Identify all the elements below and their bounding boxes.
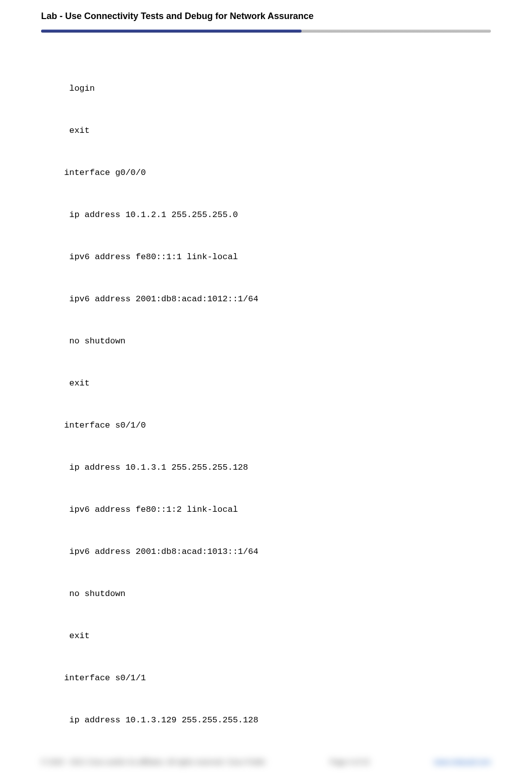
code-line: ip address 10.1.3.129 255.255.255.128 bbox=[64, 713, 532, 727]
code-line: interface s0/1/0 bbox=[64, 419, 532, 433]
code-line: no shutdown bbox=[64, 587, 532, 601]
code-line: exit bbox=[64, 376, 532, 391]
divider-blue bbox=[41, 30, 302, 33]
code-line: ipv6 address 2001:db8:acad:1013::1/64 bbox=[64, 545, 532, 559]
code-line: ipv6 address fe80::1:2 link-local bbox=[64, 503, 532, 517]
footer-link: www.netacad.com bbox=[434, 758, 491, 766]
code-line: ipv6 address fe80::1:1 link-local bbox=[64, 250, 532, 264]
code-line: ip address 10.1.3.1 255.255.255.128 bbox=[64, 461, 532, 475]
code-block: login exit interface g0/0/0 ip address 1… bbox=[0, 34, 532, 780]
code-line: interface s0/1/1 bbox=[64, 671, 532, 685]
code-line: exit bbox=[64, 629, 532, 643]
code-line: exit bbox=[64, 124, 532, 138]
header-divider bbox=[41, 30, 491, 34]
code-line: no shutdown bbox=[64, 334, 532, 348]
code-line: ip address 10.1.2.1 255.255.255.0 bbox=[64, 208, 532, 222]
lab-title: Lab - Use Connectivity Tests and Debug f… bbox=[41, 11, 491, 22]
page-footer: © 2020 - 2021 Cisco and/or its affiliate… bbox=[41, 758, 491, 766]
footer-copyright: © 2020 - 2021 Cisco and/or its affiliate… bbox=[41, 758, 265, 766]
code-line: ipv6 address 2001:db8:acad:1012::1/64 bbox=[64, 292, 532, 306]
footer-page-number: Page 4 of 22 bbox=[330, 758, 370, 766]
code-line: interface g0/0/0 bbox=[64, 166, 532, 180]
page-header: Lab - Use Connectivity Tests and Debug f… bbox=[0, 0, 532, 30]
page-container: Lab - Use Connectivity Tests and Debug f… bbox=[0, 0, 532, 780]
code-line: login bbox=[64, 82, 532, 96]
